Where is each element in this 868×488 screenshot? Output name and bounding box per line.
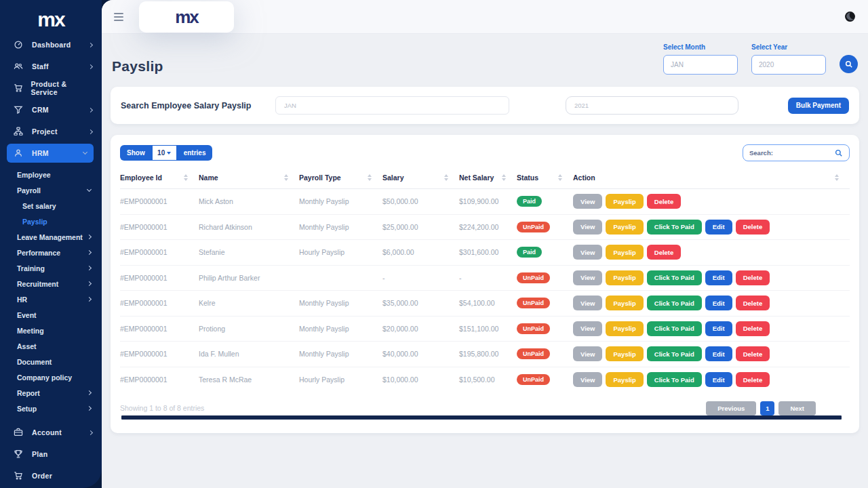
view-button[interactable]: View xyxy=(573,296,602,310)
status-badge: UnPaid xyxy=(517,298,550,308)
delete-button[interactable]: Delete xyxy=(736,372,770,387)
column-header-action[interactable]: Action xyxy=(573,174,850,182)
showing-entries-text: Showing 1 to 8 of 8 entries xyxy=(120,404,204,412)
sort-icon[interactable] xyxy=(368,174,372,181)
table-row: #EMP0000001 Kelre Monthly Payslip $35,00… xyxy=(120,291,850,317)
filter-search-button[interactable] xyxy=(840,55,858,73)
payslip-button[interactable]: Payslip xyxy=(606,321,643,336)
sort-icon[interactable] xyxy=(444,174,448,181)
view-button[interactable]: View xyxy=(573,372,602,387)
view-button[interactable]: View xyxy=(573,321,602,336)
sidebar-item-document[interactable]: Document xyxy=(0,354,102,369)
column-header-name[interactable]: Name xyxy=(199,174,299,182)
edit-button[interactable]: Edit xyxy=(705,270,732,285)
cell-salary: $50,000.00 xyxy=(382,197,459,205)
sidebar-item-crm[interactable]: CRM xyxy=(0,99,102,121)
delete-button[interactable]: Delete xyxy=(647,194,682,209)
sidebar-item-setup[interactable]: Setup xyxy=(0,401,102,416)
sidebar-item-company-policy[interactable]: Company policy xyxy=(0,369,102,385)
chevron-icon xyxy=(88,64,93,68)
sidebar-item-payroll[interactable]: Payroll xyxy=(0,182,102,198)
sidebar-item-staff[interactable]: Staff xyxy=(0,56,102,77)
table-header-row: Employee Id Name Payroll Type Salary Net… xyxy=(120,171,850,189)
horizontal-scrollbar[interactable] xyxy=(121,415,842,420)
sidebar-item-report[interactable]: Report xyxy=(0,385,102,401)
sort-icon[interactable] xyxy=(835,174,839,181)
previous-page-button[interactable]: Previous xyxy=(706,401,756,415)
view-button[interactable]: View xyxy=(573,220,602,235)
sidebar-item-payslip[interactable]: Payslip xyxy=(0,214,102,229)
hamburger-icon[interactable] xyxy=(114,13,123,21)
page-number-button[interactable]: 1 xyxy=(760,401,774,415)
next-page-button[interactable]: Next xyxy=(778,401,816,415)
bulk-payment-button[interactable]: Bulk Payment xyxy=(788,98,849,114)
click-to-paid-button[interactable]: Click To Paid xyxy=(647,372,702,387)
payslip-button[interactable]: Payslip xyxy=(606,296,643,310)
edit-button[interactable]: Edit xyxy=(705,372,732,387)
click-to-paid-button[interactable]: Click To Paid xyxy=(647,270,702,285)
sort-icon[interactable] xyxy=(502,174,506,181)
column-header-salary[interactable]: Salary xyxy=(382,174,459,182)
sidebar-item-leave-management[interactable]: Leave Management xyxy=(0,229,102,245)
sidebar-item-performance[interactable]: Performance xyxy=(0,245,102,260)
sidebar-item-event[interactable]: Event xyxy=(0,307,102,323)
delete-button[interactable]: Delete xyxy=(736,346,770,361)
sidebar-item-training[interactable]: Training xyxy=(0,260,102,276)
sidebar-item-product-service[interactable]: Product & Service xyxy=(0,77,102,99)
view-button[interactable]: View xyxy=(573,194,602,209)
select-month-input[interactable] xyxy=(663,55,738,75)
payslip-month-input[interactable] xyxy=(275,96,509,115)
sidebar-item-account[interactable]: Account xyxy=(0,422,102,443)
select-year-input[interactable] xyxy=(751,55,826,75)
search-icon[interactable] xyxy=(835,149,843,157)
payslip-button[interactable]: Payslip xyxy=(606,220,643,235)
payslip-year-input[interactable] xyxy=(566,96,738,115)
payslip-button[interactable]: Payslip xyxy=(606,194,643,209)
sort-icon[interactable] xyxy=(284,174,288,181)
click-to-paid-button[interactable]: Click To Paid xyxy=(647,220,702,235)
cell-salary: $35,000.00 xyxy=(382,299,459,307)
column-header-employee-id[interactable]: Employee Id xyxy=(120,174,199,182)
table-search-input[interactable] xyxy=(749,149,835,157)
sort-icon[interactable] xyxy=(558,174,562,181)
payslip-button[interactable]: Payslip xyxy=(606,372,643,387)
edit-button[interactable]: Edit xyxy=(705,220,732,235)
view-button[interactable]: View xyxy=(573,346,602,361)
delete-button[interactable]: Delete xyxy=(736,296,770,310)
sidebar-item-recruitment[interactable]: Recruitment xyxy=(0,276,102,291)
delete-button[interactable]: Delete xyxy=(647,245,682,260)
chevron-icon xyxy=(87,406,92,411)
sidebar-item-set-salary[interactable]: Set salary xyxy=(0,198,102,214)
edit-button[interactable]: Edit xyxy=(705,296,732,310)
sidebar-item-meeting[interactable]: Meeting xyxy=(0,323,102,338)
payslip-button[interactable]: Payslip xyxy=(606,346,643,361)
topbar-logo-card[interactable]: mx xyxy=(139,1,234,33)
edit-button[interactable]: Edit xyxy=(705,346,732,361)
payslip-button[interactable]: Payslip xyxy=(606,270,643,285)
sidebar-item-dashboard[interactable]: Dashboard xyxy=(0,34,102,56)
payslip-button[interactable]: Payslip xyxy=(606,245,643,260)
column-header-status[interactable]: Status xyxy=(517,174,573,182)
column-header-net-salary[interactable]: Net Salary xyxy=(459,174,517,182)
sidebar-item-plan[interactable]: Plan xyxy=(0,443,102,465)
delete-button[interactable]: Delete xyxy=(736,220,770,235)
click-to-paid-button[interactable]: Click To Paid xyxy=(647,296,702,310)
view-button[interactable]: View xyxy=(573,270,602,285)
sidebar-item-hr[interactable]: HR xyxy=(0,291,102,307)
click-to-paid-button[interactable]: Click To Paid xyxy=(647,346,702,361)
sort-icon[interactable] xyxy=(184,174,188,181)
sidebar-item-employee[interactable]: Employee xyxy=(0,167,102,182)
main-area: mx Payslip Select Month Select Year Sear… xyxy=(102,0,868,488)
sidebar-item-hrm[interactable]: HRM xyxy=(7,144,94,163)
view-button[interactable]: View xyxy=(573,245,602,260)
column-header-payroll-type[interactable]: Payroll Type xyxy=(299,174,382,182)
delete-button[interactable]: Delete xyxy=(736,321,770,336)
sidebar-item-order[interactable]: Order xyxy=(0,465,102,487)
edit-button[interactable]: Edit xyxy=(705,321,732,336)
delete-button[interactable]: Delete xyxy=(736,270,770,285)
moon-icon[interactable] xyxy=(844,11,856,22)
sidebar-item-asset[interactable]: Asset xyxy=(0,338,102,354)
click-to-paid-button[interactable]: Click To Paid xyxy=(647,321,702,336)
sidebar-item-project[interactable]: Project xyxy=(0,121,102,142)
page-size-select[interactable]: 10 xyxy=(152,145,177,161)
